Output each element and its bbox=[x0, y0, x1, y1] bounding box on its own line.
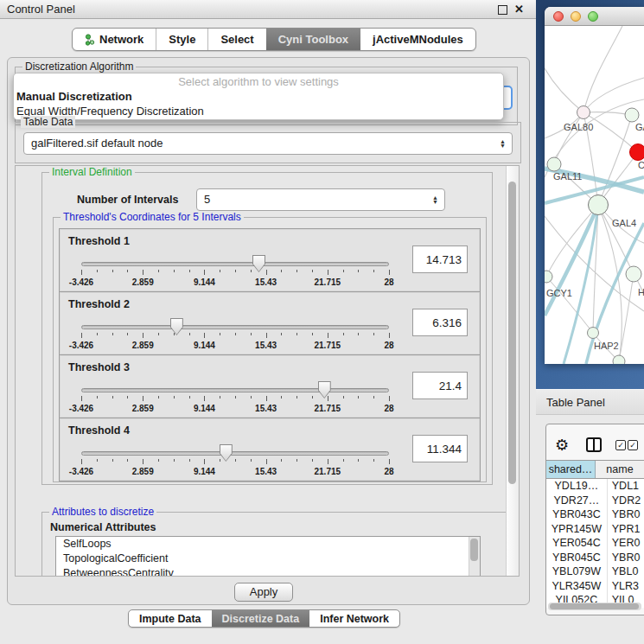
tab-select[interactable]: Select bbox=[207, 29, 265, 50]
threshold-slider[interactable]: -3.4262.8599.14415.4321.71528 bbox=[81, 318, 389, 353]
numerical-attributes-list[interactable]: SelfLoopsTopologicalCoefficientBetweenne… bbox=[55, 536, 481, 577]
threshold-value-field[interactable]: 11.344 bbox=[412, 435, 468, 462]
tick-mark bbox=[312, 270, 313, 272]
slider-rail[interactable] bbox=[81, 325, 389, 329]
threshold-slider[interactable]: -3.4262.8599.14415.4321.71528 bbox=[81, 381, 389, 416]
tick-mark bbox=[204, 396, 205, 401]
network-window: GAL80 GA GAL11 C GAL4 GCY1 H HAP2 bbox=[545, 7, 644, 364]
tick-mark bbox=[235, 459, 236, 462]
tab-cyni-toolbox[interactable]: Cyni Toolbox bbox=[266, 29, 360, 50]
tick-label: 2.859 bbox=[132, 341, 154, 350]
panel-scrollbar-thumb[interactable] bbox=[508, 182, 516, 484]
table-row[interactable]: YDL19…YDL1 bbox=[546, 479, 644, 494]
tick-mark bbox=[143, 270, 143, 275]
slider-rail[interactable] bbox=[81, 451, 389, 456]
table-row[interactable]: YER054CYER0 bbox=[546, 536, 644, 551]
list-scrollbar-thumb[interactable] bbox=[470, 539, 478, 561]
table-horizontal-scrollbar[interactable] bbox=[548, 603, 641, 610]
cell-shared-name: YBR045C bbox=[546, 551, 608, 565]
column-header-shared-name[interactable]: shared… bbox=[546, 461, 596, 478]
table-row[interactable]: YLR345WYLR3 bbox=[546, 579, 644, 594]
table-row[interactable]: YBL079WYBL0 bbox=[546, 564, 644, 579]
apply-button[interactable]: Apply bbox=[234, 583, 293, 602]
tab-jactivemnodules[interactable]: jActiveMNodules bbox=[360, 29, 475, 50]
network-window-titlebar bbox=[545, 7, 644, 26]
threshold-slider[interactable]: -3.4262.8599.14415.4321.71528 bbox=[81, 255, 389, 290]
tick-label: 21.715 bbox=[315, 404, 341, 413]
close-icon[interactable]: ✕ bbox=[514, 2, 524, 17]
tab-style[interactable]: Style bbox=[156, 29, 207, 50]
tick-mark bbox=[158, 333, 159, 335]
tick-mark bbox=[251, 333, 252, 335]
number-of-intervals-spinner[interactable]: 5 ▲▼ bbox=[196, 188, 445, 211]
dropdown-option-equal-width[interactable]: Equal Width/Frequency Discretization bbox=[14, 104, 503, 118]
table-row[interactable]: YDR27…YDR2 bbox=[546, 494, 644, 508]
tick-label: 15.43 bbox=[255, 404, 277, 413]
bottom-tab-impute-data[interactable]: Impute Data bbox=[129, 610, 212, 627]
cell-name: YPR1 bbox=[608, 522, 644, 537]
close-traffic-light-icon[interactable] bbox=[553, 11, 564, 22]
tab-network[interactable]: Network bbox=[73, 29, 156, 50]
panel-scrollbar[interactable] bbox=[506, 166, 519, 576]
tick-mark bbox=[328, 270, 328, 275]
tick-mark bbox=[235, 396, 236, 399]
gear-icon[interactable]: ⚙ bbox=[555, 436, 569, 455]
threshold-value-field[interactable]: 14.713 bbox=[412, 245, 468, 273]
split-columns-icon[interactable] bbox=[586, 437, 602, 452]
table-row[interactable]: YPR145WYPR1 bbox=[546, 522, 644, 537]
cell-name: YDL1 bbox=[608, 479, 644, 494]
table-scrollbar-thumb[interactable] bbox=[550, 603, 639, 609]
tick-mark bbox=[81, 396, 82, 401]
threshold-row: Threshold 4-3.4262.8599.14415.4321.71528… bbox=[59, 418, 481, 481]
tick-mark bbox=[81, 333, 82, 338]
tick-mark bbox=[389, 333, 390, 338]
tick-mark bbox=[158, 270, 159, 272]
column-header-name[interactable]: name bbox=[596, 461, 644, 478]
dropdown-option-manual[interactable]: Manual Discretization bbox=[14, 89, 503, 104]
cell-shared-name: YLR345W bbox=[546, 579, 608, 594]
tick-mark bbox=[81, 270, 82, 275]
node-label: GAL11 bbox=[553, 171, 582, 182]
settings-scroll-panel: Interval Definition Number of Intervals … bbox=[15, 165, 520, 577]
zoom-traffic-light-icon[interactable] bbox=[588, 11, 598, 22]
tick-mark bbox=[112, 396, 113, 399]
threshold-slider[interactable]: -3.4262.8599.14415.4321.71528 bbox=[81, 444, 389, 479]
tick-label: -3.426 bbox=[69, 404, 93, 413]
network-canvas[interactable]: GAL80 GA GAL11 C GAL4 GCY1 H HAP2 bbox=[545, 26, 644, 364]
tick-mark bbox=[266, 396, 267, 401]
tick-mark bbox=[358, 270, 359, 272]
checkbox-icon[interactable]: ✓ bbox=[615, 440, 626, 450]
tick-mark bbox=[127, 333, 128, 335]
combobox-stepper-icon: ▲▼ bbox=[500, 139, 506, 148]
float-window-icon[interactable] bbox=[498, 5, 507, 15]
table-row[interactable]: YBR043CYBR0 bbox=[546, 507, 644, 522]
table-row[interactable]: YBR045CYBR0 bbox=[546, 551, 644, 565]
tick-label: 15.43 bbox=[255, 277, 277, 287]
threshold-value-field[interactable]: 21.4 bbox=[412, 372, 468, 399]
bottom-tab-infer-network[interactable]: Infer Network bbox=[309, 610, 399, 627]
table-data-combobox[interactable]: galFiltered.sif default node ▲▼ bbox=[23, 132, 513, 155]
node-table: shared… name YDL19…YDL1YDR27…YDR2YBR043C… bbox=[546, 460, 644, 608]
tick-mark bbox=[97, 333, 98, 335]
list-scrollbar[interactable] bbox=[469, 537, 480, 576]
attribute-list-item[interactable]: TopologicalCoefficient bbox=[56, 552, 480, 566]
slider-rail[interactable] bbox=[81, 388, 389, 392]
tick-label: 28 bbox=[384, 467, 393, 476]
attribute-list-item[interactable]: BetweennessCentrality bbox=[56, 566, 480, 577]
node-hap2 bbox=[588, 328, 599, 339]
slider-ticks bbox=[81, 396, 389, 403]
tab-label: Discretize Data bbox=[222, 613, 300, 625]
attribute-list-item[interactable]: SelfLoops bbox=[56, 537, 480, 552]
network-icon bbox=[85, 34, 95, 46]
tick-mark bbox=[143, 333, 143, 338]
threshold-value-field[interactable]: 6.316 bbox=[412, 309, 468, 336]
bottom-tab-discretize-data[interactable]: Discretize Data bbox=[212, 610, 310, 627]
slider-rail[interactable] bbox=[81, 262, 389, 266]
threshold-row: Threshold 3-3.4262.8599.14415.4321.71528… bbox=[59, 354, 481, 418]
node-h bbox=[626, 266, 641, 282]
cell-shared-name: YDR27… bbox=[546, 494, 608, 508]
minimize-traffic-light-icon[interactable] bbox=[571, 11, 581, 22]
checkbox-icon[interactable]: ✓ bbox=[628, 440, 638, 450]
tick-mark bbox=[296, 396, 297, 399]
tick-mark bbox=[127, 270, 128, 272]
